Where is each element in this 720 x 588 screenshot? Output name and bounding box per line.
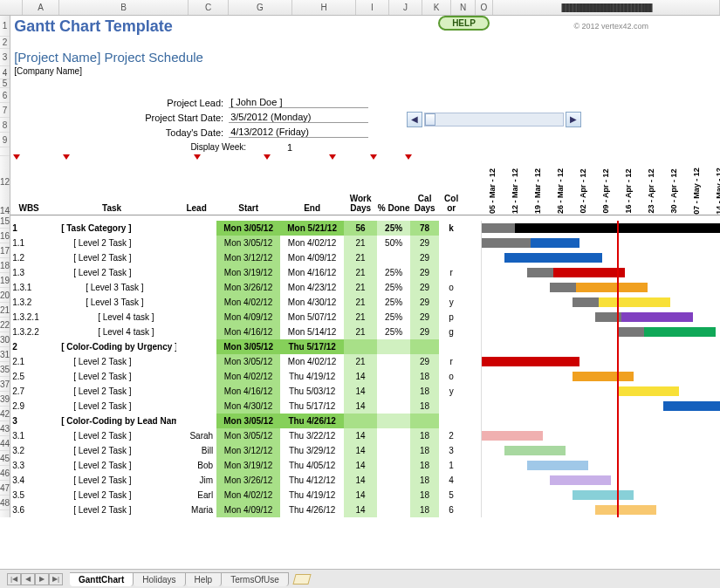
cell-task[interactable]: [ Color-Coding by Urgency ]	[47, 339, 176, 354]
cell-caldays[interactable]: 18	[410, 488, 439, 503]
cell-workdays[interactable]: 21	[344, 250, 377, 265]
cell-caldays[interactable]: 29	[410, 280, 439, 295]
cell-lead[interactable]: Bill	[176, 443, 216, 458]
cell-pctdone[interactable]	[377, 354, 410, 369]
cell-lead[interactable]	[176, 280, 216, 295]
cell-caldays[interactable]: 29	[410, 310, 439, 325]
cell-end[interactable]: Mon 4/23/12	[280, 280, 344, 295]
cell-pctdone[interactable]	[377, 473, 410, 488]
column-letter[interactable]: J	[389, 0, 422, 15]
cell-wbs[interactable]: 2.9	[10, 399, 47, 414]
row-number[interactable]: 22	[0, 318, 10, 332]
row-number[interactable]: 44	[0, 436, 10, 451]
column-letter[interactable]: C	[189, 0, 229, 15]
cell-end[interactable]: Thu 3/22/12	[280, 428, 344, 443]
cell-lead[interactable]	[176, 250, 216, 265]
column-letter[interactable]: G	[229, 0, 292, 15]
tab-first-button[interactable]: |◀	[7, 573, 21, 585]
cell-start[interactable]: Mon 4/30/12	[216, 399, 280, 414]
cell-task[interactable]: [ Level 4 task ]	[47, 325, 176, 339]
row-number[interactable]: 1	[0, 16, 10, 37]
cell-workdays[interactable]: 21	[344, 280, 377, 295]
select-all-corner[interactable]	[0, 0, 23, 15]
cell-caldays[interactable]: 29	[410, 354, 439, 369]
cell-start[interactable]: Mon 3/05/12	[216, 414, 280, 428]
cell-workdays[interactable]: 21	[344, 265, 377, 280]
sheet-tab[interactable]: GanttChart	[70, 572, 134, 586]
cell-workdays[interactable]: 14	[344, 458, 377, 473]
row-number[interactable]: 48	[0, 496, 10, 510]
cell-start[interactable]: Mon 3/26/12	[216, 280, 280, 295]
cell-caldays[interactable]: 29	[410, 236, 439, 250]
cell-caldays[interactable]: 29	[410, 250, 439, 265]
cell-wbs[interactable]: 3.1	[10, 428, 47, 443]
cell-lead[interactable]	[176, 265, 216, 280]
cell-pctdone[interactable]: 25%	[377, 265, 410, 280]
table-row[interactable]: 3.1[ Level 2 Task ]SarahMon 3/05/12Thu 3…	[10, 428, 720, 443]
cell-workdays[interactable]: 56	[344, 221, 377, 236]
cell-task[interactable]: [ Level 2 Task ]	[47, 428, 176, 443]
cell-color[interactable]: g	[439, 325, 463, 339]
cell-task[interactable]: [ Level 2 Task ]	[47, 354, 176, 369]
help-button[interactable]: HELP	[438, 16, 490, 31]
row-number[interactable]: 21	[0, 303, 10, 318]
row-number[interactable]: 5	[0, 79, 10, 88]
cell-end[interactable]: Thu 4/26/12	[280, 503, 344, 517]
table-row[interactable]: 1.2[ Level 2 Task ]Mon 3/12/12Mon 4/09/1…	[10, 250, 720, 265]
date-column-header[interactable]: 30 - Apr - 12	[662, 187, 685, 215]
cell-pctdone[interactable]	[377, 443, 410, 458]
cell-lead[interactable]	[176, 295, 216, 310]
date-column-header[interactable]: 12 - Mar - 12	[504, 187, 526, 215]
cell-lead[interactable]	[176, 384, 216, 399]
cell-end[interactable]: Mon 4/16/12	[280, 265, 344, 280]
cell-color[interactable]: r	[439, 265, 463, 280]
row-number[interactable]: 15	[0, 214, 10, 229]
cell-pctdone[interactable]: 25%	[377, 280, 410, 295]
table-row[interactable]: 2.1[ Level 2 Task ]Mon 3/05/12Mon 4/02/1…	[10, 354, 720, 369]
cell-end[interactable]: Thu 4/12/12	[280, 473, 344, 488]
today-value[interactable]: 4/13/2012 (Friday)	[229, 126, 368, 138]
col-wbs[interactable]: WBS	[10, 203, 47, 215]
cell-pctdone[interactable]	[377, 399, 410, 414]
cell-caldays[interactable]: 29	[410, 265, 439, 280]
cell-pctdone[interactable]	[377, 428, 410, 443]
col-task[interactable]: Task	[47, 203, 176, 215]
table-row[interactable]: 3.6[ Level 2 Task ]MariaMon 4/09/12Thu 4…	[10, 503, 720, 517]
cell-task[interactable]: [ Level 2 Task ]	[47, 443, 176, 458]
col-workdays[interactable]: Work Days	[344, 194, 377, 215]
table-row[interactable]: 2[ Color-Coding by Urgency ]Mon 3/05/12T…	[10, 339, 720, 354]
cell-wbs[interactable]: 2.5	[10, 369, 47, 384]
cell-lead[interactable]	[176, 369, 216, 384]
table-row[interactable]: 1.3.1[ Level 3 Task ]Mon 3/26/12Mon 4/23…	[10, 280, 720, 295]
column-letter[interactable]: A	[23, 0, 59, 15]
display-week-value[interactable]: 1	[272, 142, 307, 153]
cell-lead[interactable]: Sarah	[176, 428, 216, 443]
company-name[interactable]: [Company Name]	[10, 66, 720, 79]
cell-end[interactable]: Mon 5/21/12	[280, 221, 344, 236]
cell-task[interactable]: [ Level 3 Task ]	[47, 280, 176, 295]
cell-lead[interactable]	[176, 325, 216, 339]
col-end[interactable]: End	[280, 203, 344, 215]
cell-wbs[interactable]: 1.3.1	[10, 280, 47, 295]
tab-prev-button[interactable]: ◀	[21, 573, 35, 585]
cell-workdays[interactable]: 21	[344, 325, 377, 339]
cell-workdays[interactable]	[344, 339, 377, 354]
cell-color[interactable]: p	[439, 310, 463, 325]
cell-task[interactable]: [ Level 2 Task ]	[47, 503, 176, 517]
cell-caldays[interactable]: 18	[410, 369, 439, 384]
cell-end[interactable]: Thu 5/17/12	[280, 339, 344, 354]
cell-lead[interactable]: Earl	[176, 488, 216, 503]
scroller-thumb[interactable]	[425, 113, 435, 126]
cell-end[interactable]: Thu 5/03/12	[280, 384, 344, 399]
cell-workdays[interactable]: 14	[344, 369, 377, 384]
cell-wbs[interactable]: 3	[10, 414, 47, 428]
col-start[interactable]: Start	[216, 203, 280, 215]
column-letter[interactable]: H	[292, 0, 356, 15]
cell-task[interactable]: [ Level 2 Task ]	[47, 369, 176, 384]
table-row[interactable]: 3.4[ Level 2 Task ]JimMon 3/26/12Thu 4/1…	[10, 473, 720, 488]
cell-color[interactable]: o	[439, 280, 463, 295]
cell-start[interactable]: Mon 4/16/12	[216, 325, 280, 339]
cell-color[interactable]: y	[439, 384, 463, 399]
cell-caldays[interactable]: 18	[410, 503, 439, 517]
cell-wbs[interactable]: 2	[10, 339, 47, 354]
